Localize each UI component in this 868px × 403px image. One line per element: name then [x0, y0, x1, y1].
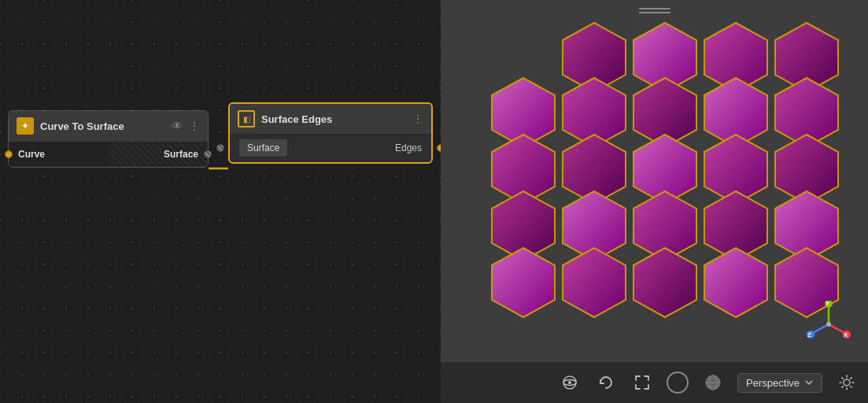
settings-icon[interactable] — [835, 371, 859, 394]
render-mode-icon[interactable] — [667, 372, 689, 394]
svg-text:Y: Y — [826, 301, 830, 307]
menu-icon[interactable]: ⋮ — [189, 120, 200, 132]
svg-point-36 — [568, 381, 571, 384]
surface-label: Surface — [164, 149, 198, 160]
surface-socket-out — [204, 150, 212, 158]
surface-port[interactable]: Surface — [109, 142, 209, 167]
viewport-toolbar: Perspective — [441, 362, 868, 403]
svg-point-33 — [826, 322, 831, 327]
edges-output-port: Edges — [395, 142, 431, 153]
svg-marker-20 — [563, 248, 626, 317]
svg-text:Z: Z — [807, 331, 811, 338]
surface-edges-icon: ◧ — [238, 110, 255, 128]
chevron-down-icon — [804, 378, 814, 387]
curve-port[interactable]: Curve — [9, 142, 109, 167]
curve-to-surface-ports: Curve Surface — [9, 141, 208, 167]
viewport-shading-icon[interactable] — [701, 371, 725, 394]
svg-point-42 — [844, 379, 850, 386]
node-surface-edges-header: ◧ Surface Edges ⋮ — [230, 104, 431, 134]
node-surface-edges[interactable]: ◧ Surface Edges ⋮ Surface Edges — [228, 102, 433, 164]
viewport: Y Z X — [441, 0, 868, 403]
curve-socket-out — [5, 150, 13, 158]
svg-marker-21 — [633, 248, 696, 317]
curve-label: Curve — [18, 149, 45, 160]
axis-widget: Y Z X — [805, 301, 852, 348]
hex-grid — [441, 8, 868, 364]
surface-edges-body: Surface Edges — [230, 134, 431, 162]
svg-line-27 — [811, 324, 829, 334]
orbit-icon[interactable] — [558, 371, 582, 394]
surface-edges-title: Surface Edges — [261, 113, 406, 125]
frame-icon[interactable] — [630, 371, 654, 394]
surface-input-socket — [216, 144, 224, 152]
curve-to-surface-icon: ✦ — [17, 117, 34, 135]
visibility-icon[interactable]: 👁 — [172, 120, 183, 132]
surface-port-label: Surface — [247, 142, 279, 153]
surface-edges-menu-icon[interactable]: ⋮ — [412, 113, 423, 125]
reset-view-icon[interactable] — [594, 371, 618, 394]
node-curve-to-surface-header: ✦ Curve To Surface 👁 ⋮ — [9, 111, 208, 141]
curve-to-surface-title: Curve To Surface — [40, 120, 165, 132]
perspective-dropdown[interactable]: Perspective — [737, 373, 822, 393]
svg-text:X: X — [844, 331, 848, 338]
connection-line — [0, 0, 441, 403]
curve-to-surface-body: Curve Surface — [9, 141, 208, 167]
node-editor: ✦ Curve To Surface 👁 ⋮ Curve Surface — [0, 0, 441, 403]
svg-marker-19 — [492, 248, 555, 317]
perspective-label: Perspective — [746, 377, 800, 389]
viewport-content: Y Z X — [441, 0, 868, 403]
node-curve-to-surface[interactable]: ✦ Curve To Surface 👁 ⋮ Curve Surface — [8, 110, 209, 168]
surface-input-port[interactable]: Surface — [239, 139, 287, 157]
svg-marker-22 — [704, 248, 767, 317]
surface-edges-ports: Surface Edges — [230, 134, 431, 162]
edges-label: Edges — [395, 142, 422, 153]
